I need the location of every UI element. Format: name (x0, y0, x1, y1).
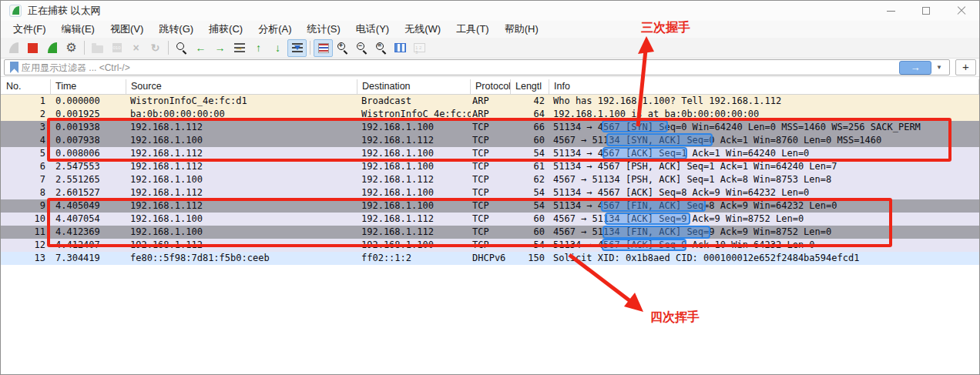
cell-destination: 192.168.1.112 (357, 213, 471, 226)
filterbar: → ▼ + (1, 59, 979, 77)
toolbar-separator (310, 41, 310, 55)
cell-info: 51134 → 4567 [FIN, ACK] Seq=8 Ack=9 Win=… (549, 199, 979, 213)
goto-packet-icon (234, 43, 245, 52)
cell-info: 4567 → 51134 [FIN, ACK] Seq=9 Ack=9 Win=… (549, 226, 979, 239)
packet-list-header: No.TimeSourceDestinationProtocolLengtlIn… (1, 79, 979, 95)
cell-source: 192.168.1.100 (126, 213, 357, 226)
column-header-info[interactable]: Info (549, 79, 979, 94)
cell-length: 60 (511, 213, 549, 226)
packet-row[interactable]: 104.407054192.168.1.100192.168.1.112TCP6… (1, 213, 979, 226)
filter-dropdown-caret-icon[interactable]: ▼ (935, 64, 947, 71)
cell-destination: 192.168.1.100 (357, 147, 471, 160)
packet-row[interactable]: 20.001925ba:0b:00:00:00:00WistronInfoC_4… (1, 108, 979, 121)
toolbar-separator (168, 41, 169, 55)
reset-layout-button[interactable] (410, 39, 429, 57)
cell-protocol: TCP (471, 186, 511, 199)
cell-protocol: TCP (471, 199, 511, 213)
cell-destination: 192.168.1.112 (357, 226, 471, 239)
capture-options-button[interactable]: ⚙ (62, 39, 81, 57)
menu-item[interactable]: 分析(A) (250, 21, 299, 38)
column-header-time[interactable]: Time (51, 79, 126, 94)
open-file-button[interactable] (88, 39, 107, 57)
reload-file-button[interactable]: ↻ (146, 39, 165, 57)
packet-row[interactable]: 30.001938192.168.1.112192.168.1.100TCP66… (1, 121, 979, 134)
packet-row[interactable]: 82.601527192.168.1.112192.168.1.100TCP54… (1, 186, 979, 199)
cell-source: 192.168.1.112 (126, 160, 357, 173)
cell-destination: 192.168.1.100 (357, 199, 471, 213)
packet-row[interactable]: 72.551265192.168.1.100192.168.1.112TCP62… (1, 173, 979, 186)
maximize-button[interactable] (908, 1, 944, 21)
minimize-button[interactable] (873, 1, 908, 21)
folder-icon (92, 45, 103, 53)
cell-no: 11 (1, 226, 51, 239)
column-header-destination[interactable]: Destination (357, 79, 471, 94)
close-file-button[interactable]: × (126, 39, 146, 57)
menu-item[interactable]: 跳转(G) (151, 21, 201, 38)
magnifier-icon (176, 42, 188, 54)
menu-item[interactable]: 工具(T) (448, 21, 497, 38)
zoom-in-button[interactable]: + (333, 39, 352, 57)
cell-info: 192.168.1.100 is at ba:0b:00:00:00:00 (549, 108, 979, 121)
start-capture-button[interactable] (4, 39, 23, 57)
menu-item[interactable]: 视图(V) (102, 21, 151, 38)
restart-capture-button[interactable] (42, 39, 62, 57)
find-packet-button[interactable] (172, 39, 191, 57)
menu-item[interactable]: 统计(S) (299, 21, 347, 38)
menu-item[interactable]: 编辑(E) (54, 21, 102, 38)
stop-capture-button[interactable] (23, 39, 42, 57)
cell-source: 192.168.1.100 (126, 226, 357, 239)
close-button[interactable] (944, 1, 979, 21)
packet-row[interactable]: 137.304419fe80::5f98:7d81:f5b0:ceebff02:… (1, 252, 979, 265)
save-file-button[interactable] (107, 39, 126, 57)
menu-item[interactable]: 帮助(H) (497, 21, 546, 38)
zoom-reset-button[interactable]: = (371, 39, 391, 57)
arrow-up-icon: ↑ (256, 42, 261, 54)
column-header-protocol[interactable]: Protocol (471, 79, 511, 94)
menu-item[interactable]: 电话(Y) (348, 21, 397, 38)
apply-filter-button[interactable]: → (899, 61, 931, 75)
packet-row[interactable]: 40.007938192.168.1.100192.168.1.112TCP60… (1, 134, 979, 147)
cell-length: 61 (511, 160, 549, 173)
cell-source: 192.168.1.112 (126, 121, 357, 134)
filter-bookmark-icon[interactable] (10, 62, 18, 73)
cell-no: 5 (1, 147, 51, 160)
packet-row[interactable]: 114.412369192.168.1.100192.168.1.112TCP6… (1, 226, 979, 239)
packet-row[interactable]: 62.547553192.168.1.112192.168.1.100TCP61… (1, 160, 979, 173)
packet-row[interactable]: 94.405049192.168.1.112192.168.1.100TCP54… (1, 199, 979, 213)
cell-length: 42 (511, 95, 549, 108)
auto-scroll-button[interactable] (287, 39, 307, 57)
column-header-source[interactable]: Source (126, 79, 357, 94)
cell-length: 54 (511, 239, 549, 252)
menu-item[interactable]: 无线(W) (397, 21, 448, 38)
cell-source: WistronInfoC_4e:fc:d1 (126, 95, 357, 108)
packet-row[interactable]: 124.412407192.168.1.112192.168.1.100TCP5… (1, 239, 979, 252)
cell-length: 62 (511, 173, 549, 186)
cell-source: ba:0b:00:00:00:00 (126, 108, 357, 121)
last-packet-button[interactable]: ↓ (268, 39, 287, 57)
apply-arrow-icon: → (911, 62, 921, 73)
packet-row[interactable]: 10.000000WistronInfoC_4e:fc:d1BroadcastA… (1, 95, 979, 108)
zoom-out-button[interactable]: − (352, 39, 371, 57)
next-packet-button[interactable]: → (210, 39, 230, 57)
add-filter-button[interactable]: + (955, 59, 976, 75)
first-packet-button[interactable]: ↑ (249, 39, 268, 57)
previous-packet-button[interactable]: ← (191, 39, 210, 57)
cell-source: 192.168.1.112 (126, 239, 357, 252)
cell-length: 66 (511, 121, 549, 134)
cell-info: Who has 192.168.1.100? Tell 192.168.1.11… (549, 95, 979, 108)
arrow-right-icon: → (215, 42, 226, 54)
cell-no: 13 (1, 252, 51, 265)
menu-item[interactable]: 文件(F) (5, 21, 54, 38)
go-to-packet-button[interactable] (230, 39, 249, 57)
cell-protocol: ARP (471, 95, 511, 108)
cell-length: 54 (511, 199, 549, 213)
column-header-lengtl[interactable]: Lengtl (511, 79, 549, 94)
display-filter-input[interactable] (22, 62, 899, 73)
colorize-button[interactable] (314, 39, 333, 57)
titlebar: 正在捕获 以太网 (1, 1, 979, 21)
packet-row[interactable]: 50.008006192.168.1.112192.168.1.100TCP54… (1, 147, 979, 160)
reload-icon: ↻ (151, 42, 160, 53)
menu-item[interactable]: 捕获(C) (201, 21, 250, 38)
column-header-no[interactable]: No. (1, 79, 51, 94)
resize-columns-button[interactable] (391, 39, 410, 57)
